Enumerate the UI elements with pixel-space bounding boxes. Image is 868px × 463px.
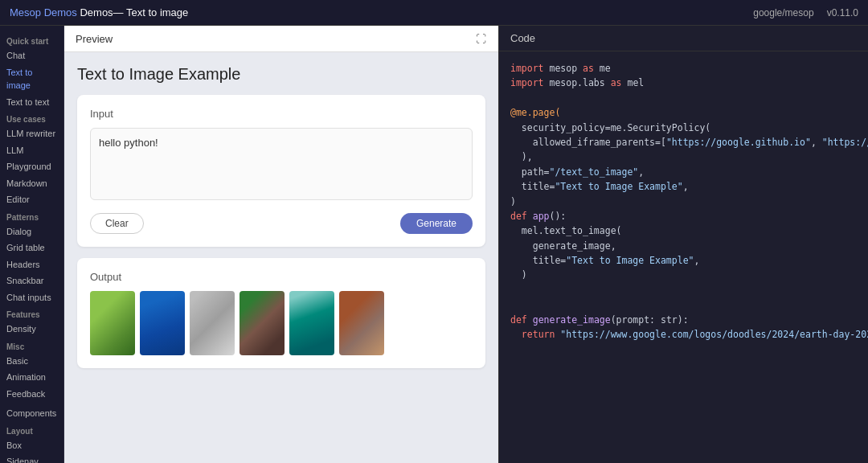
topbar-title: Mesop Demos Demos— Text to image xyxy=(10,6,188,18)
sidebar-item-density[interactable]: Density xyxy=(0,321,63,338)
sidebar: Quick start Chat Text to image Text to t… xyxy=(0,26,64,463)
section-label-usecases: Use cases xyxy=(0,110,63,125)
code-line-4: @me.page( xyxy=(510,105,857,120)
button-row: Clear Generate xyxy=(90,213,473,234)
code-line-3 xyxy=(510,91,857,105)
sidebar-item-editor[interactable]: Editor xyxy=(0,191,63,208)
sidebar-item-basic[interactable]: Basic xyxy=(0,353,63,370)
github-link[interactable]: google/mesop xyxy=(753,7,813,18)
code-panel-header: Code xyxy=(499,26,868,51)
sidebar-item-playground[interactable]: Playground xyxy=(0,158,63,175)
code-line-6: allowed_iframe_parents=["https://google.… xyxy=(510,135,857,150)
preview-label: Preview xyxy=(76,33,113,45)
sidebar-item-feedback[interactable]: Feedback xyxy=(0,386,63,403)
sidebar-item-llm[interactable]: LLM xyxy=(0,142,63,159)
sidebar-item-sidenav[interactable]: Sidenav xyxy=(0,453,63,463)
sidebar-item-dialog[interactable]: Dialog xyxy=(0,223,63,240)
code-line-16 xyxy=(510,283,857,297)
brand-name: Mesop Demos xyxy=(10,6,77,18)
output-image-3 xyxy=(190,291,235,355)
code-line-9: title="Text to Image Example", xyxy=(510,179,857,194)
version-badge: v0.11.0 xyxy=(827,7,858,18)
preview-content: Text to Image Example Input Clear Genera… xyxy=(64,52,498,463)
clear-button[interactable]: Clear xyxy=(90,213,144,234)
topbar: Mesop Demos Demos— Text to image google/… xyxy=(0,0,868,26)
section-label-features: Features xyxy=(0,305,63,321)
sidebar-item-text-to-image[interactable]: Text to image xyxy=(0,64,63,94)
output-image-2 xyxy=(140,291,185,355)
sidebar-item-chat[interactable]: Chat xyxy=(0,47,63,64)
code-line-11: def app(): xyxy=(510,209,857,223)
code-line-14: title="Text to Image Example", xyxy=(510,253,857,268)
expand-icon[interactable]: ⛶ xyxy=(474,32,487,45)
section-label-quickstart: Quick start xyxy=(0,32,63,47)
sidebar-item-llm-rewriter[interactable]: LLM rewriter xyxy=(0,125,63,142)
output-label: Output xyxy=(90,271,473,283)
input-textarea[interactable] xyxy=(90,128,473,200)
section-label-patterns: Patterns xyxy=(0,208,63,223)
sidebar-item-grid-table[interactable]: Grid table xyxy=(0,240,63,256)
sidebar-item-snackbar[interactable]: Snackbar xyxy=(0,272,63,289)
center-panel: Preview ⛶ Text to Image Example Input Cl… xyxy=(64,26,498,463)
section-label-layout: Layout xyxy=(0,422,63,437)
output-image-1 xyxy=(90,291,135,355)
generate-button[interactable]: Generate xyxy=(400,213,473,234)
code-line-19: return "https://www.google.com/logos/doo… xyxy=(510,327,857,342)
sidebar-item-chat-inputs[interactable]: Chat inputs xyxy=(0,289,63,306)
code-line-18: def generate_image(prompt: str): xyxy=(510,313,857,327)
sidebar-item-headers[interactable]: Headers xyxy=(0,256,63,273)
topbar-right: google/mesop v0.11.0 xyxy=(753,7,858,18)
demo-name: Text to image xyxy=(126,6,188,18)
image-strip xyxy=(90,291,473,355)
preview-header: Preview ⛶ xyxy=(64,26,498,52)
output-image-6 xyxy=(339,291,384,355)
code-line-1: import mesop as me xyxy=(510,61,857,76)
code-line-12: mel.text_to_image( xyxy=(510,223,857,238)
code-line-15: ) xyxy=(510,268,857,282)
input-label: Input xyxy=(90,108,473,120)
code-line-5: security_policy=me.SecurityPolicy( xyxy=(510,121,857,135)
code-block: import mesop as me import mesop.labs as … xyxy=(499,51,868,463)
code-line-7: ), xyxy=(510,150,857,164)
code-line-17 xyxy=(510,297,857,312)
output-image-5 xyxy=(289,291,334,355)
sidebar-item-box[interactable]: Box xyxy=(0,437,63,454)
output-image-4 xyxy=(240,291,285,355)
page-title: Text to Image Example xyxy=(77,65,485,84)
sidebar-item-markdown-uc[interactable]: Markdown xyxy=(0,175,63,192)
sidebar-item-text-to-text[interactable]: Text to text xyxy=(0,94,63,111)
output-card: Output xyxy=(77,258,485,368)
sidebar-item-components[interactable]: Components xyxy=(0,405,63,422)
sidebar-item-animation[interactable]: Animation xyxy=(0,369,63,386)
code-line-8: path="/text_to_image", xyxy=(510,165,857,179)
code-line-10: ) xyxy=(510,195,857,209)
topbar-separator: Demos— xyxy=(80,6,126,18)
code-line-13: generate_image, xyxy=(510,239,857,253)
code-line-2: import mesop.labs as mel xyxy=(510,76,857,90)
input-card: Input Clear Generate xyxy=(77,95,485,247)
section-label-misc: Misc xyxy=(0,338,63,353)
code-panel: Code import mesop as me import mesop.lab… xyxy=(498,26,868,463)
main-layout: Quick start Chat Text to image Text to t… xyxy=(0,26,868,463)
